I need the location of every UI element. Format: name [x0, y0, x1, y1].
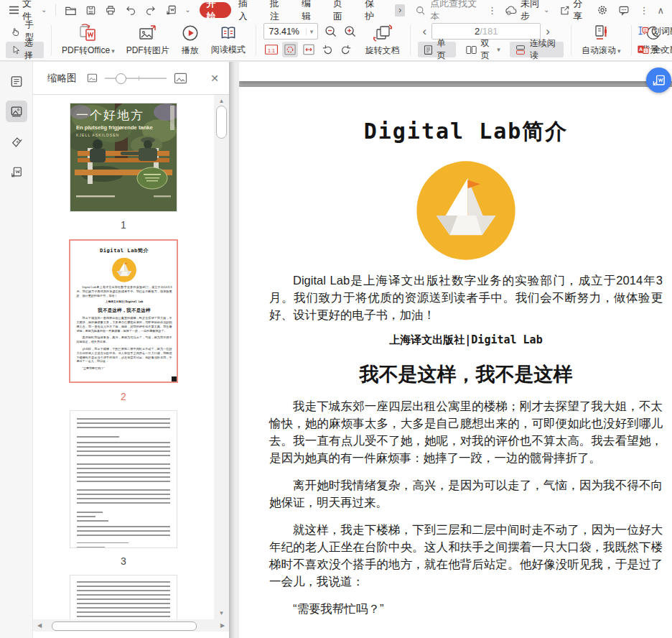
- document-viewer[interactable]: Digital Lab简介 Digital Lab是上海译文出版社数字业务的实验…: [239, 62, 672, 638]
- vertical-scroll-thumb[interactable]: [216, 106, 227, 139]
- read-mode-button[interactable]: 阅读模式: [205, 20, 251, 60]
- full-translate-label: 全文翻译: [653, 44, 672, 56]
- word-translate-button[interactable]: 划词翻译: [632, 23, 672, 40]
- fit-page-button[interactable]: [282, 42, 298, 57]
- thumbnail-page-2-selected[interactable]: Digital Lab简介 Digital Lab是上海译文出版社数字业务的实验…: [69, 239, 178, 383]
- feedback-button[interactable]: [614, 1, 634, 19]
- search-options-kebab[interactable]: ⋮: [484, 5, 500, 16]
- svg-text:En plutselig frigjørende tanke: En plutselig frigjørende tanke: [76, 124, 153, 131]
- rotate-document-icon: [373, 24, 393, 42]
- undo-button[interactable]: [121, 1, 141, 19]
- pdf-to-office-icon: [78, 24, 98, 42]
- share-button[interactable]: 分享: [555, 1, 591, 19]
- double-page-button[interactable]: 双页 ▾: [460, 42, 505, 57]
- continuous-read-button[interactable]: 连续阅读: [510, 42, 564, 57]
- sync-status-button[interactable]: 未同步 ⌄: [500, 1, 554, 19]
- single-page-button[interactable]: 单页: [418, 42, 456, 57]
- tab-home[interactable]: 开始: [200, 2, 231, 18]
- horizontal-scroll-track[interactable]: [46, 619, 216, 632]
- tab-page[interactable]: 页面: [326, 2, 358, 18]
- mini-doc-title: Digital Lab简介: [76, 247, 172, 254]
- pdf-to-image-icon: [138, 24, 158, 42]
- more-tabs-button[interactable]: ›: [395, 4, 405, 17]
- actual-size-button[interactable]: 1:1: [263, 42, 279, 57]
- sidebar-item-outline[interactable]: [6, 70, 27, 92]
- total-pages: /181: [480, 26, 498, 37]
- redo-button[interactable]: [141, 1, 161, 19]
- scroll-up-arrow[interactable]: ▲: [214, 98, 229, 104]
- zoom-in-button[interactable]: [343, 24, 357, 38]
- chevron-down-icon: ▾: [111, 47, 115, 55]
- rotate-ccw-button[interactable]: [338, 42, 354, 57]
- printer-icon: [105, 5, 116, 16]
- more-actions-kebab[interactable]: ⋮: [635, 5, 652, 16]
- sidebar-item-annotate[interactable]: [6, 131, 27, 152]
- thumbnail-page-3[interactable]: [70, 411, 177, 547]
- settings-button[interactable]: [592, 1, 612, 19]
- page-2-content: Digital Lab简介 Digital Lab是上海译文出版社数字业务的实验…: [239, 87, 672, 638]
- thumbnail-page-1[interactable]: 一个好地方 En plutselig frigjørende tanke KJE…: [70, 103, 177, 211]
- chevron-down-icon: ▾: [306, 28, 317, 35]
- thumbnail-size-slider[interactable]: [105, 73, 167, 83]
- file-menu[interactable]: 文件 ⌄: [4, 1, 51, 19]
- horizontal-scroll-thumb[interactable]: [52, 621, 197, 631]
- scroll-down-arrow[interactable]: ▼: [214, 610, 229, 616]
- prev-page-button[interactable]: ‹: [418, 25, 432, 37]
- cursor-arrow-icon: [11, 45, 21, 55]
- close-panel-button[interactable]: ✕: [210, 73, 219, 84]
- auto-scroll-button[interactable]: 自动滚动▾: [576, 20, 627, 60]
- scroll-left-arrow[interactable]: ◀: [33, 622, 46, 629]
- tab-comment[interactable]: 批注: [263, 2, 294, 18]
- tab-protect[interactable]: 保护: [358, 2, 389, 18]
- continuous-read-icon: [515, 45, 526, 55]
- pdf-to-office-button[interactable]: PDF转Office▾: [56, 20, 121, 60]
- single-page-icon: [423, 45, 434, 55]
- thumbnail-horizontal-scrollbar[interactable]: ◀ ▶: [33, 619, 229, 632]
- double-page-label: 双页: [481, 37, 494, 62]
- play-circle-icon: [181, 24, 200, 42]
- doc-export-icon: [165, 4, 177, 16]
- next-page-button[interactable]: ›: [541, 25, 555, 37]
- export-word-button[interactable]: [161, 1, 182, 19]
- scroll-right-arrow[interactable]: ▶: [216, 622, 229, 629]
- play-button[interactable]: 播放: [175, 20, 205, 60]
- tab-insert[interactable]: 插入: [231, 2, 263, 18]
- hamburger-icon: [9, 6, 19, 14]
- redo-icon: [145, 5, 157, 15]
- svg-text:一个好地方: 一个好地方: [76, 108, 144, 122]
- thumbnail-vertical-scrollbar[interactable]: ▲ ▼: [214, 95, 229, 619]
- zoom-out-button[interactable]: [324, 24, 337, 38]
- search-icon: [415, 5, 426, 16]
- sidebar-item-export-word[interactable]: [6, 161, 27, 182]
- slider-handle[interactable]: [116, 73, 126, 84]
- collapse-ribbon-button[interactable]: ∧: [653, 5, 668, 16]
- pdf-to-image-button[interactable]: PDF转图片: [121, 20, 175, 60]
- open-book-icon: [218, 24, 238, 42]
- large-thumbnail-icon[interactable]: [174, 73, 187, 84]
- sidebar-item-thumbnails[interactable]: [6, 101, 27, 122]
- full-translate-button[interactable]: A文 全文翻译: [632, 42, 672, 58]
- print-button[interactable]: [101, 1, 121, 19]
- tab-edit[interactable]: 编辑: [294, 2, 326, 18]
- rotate-document-label: 旋转文档: [365, 45, 400, 57]
- thumbnail-page-4[interactable]: [70, 575, 177, 619]
- ribbon-toolbar: 手型 选择 PDF转Office▾ PDF转图片: [0, 20, 672, 61]
- small-thumbnail-icon[interactable]: [87, 73, 98, 83]
- page-number-1: 1: [121, 219, 126, 231]
- export-to-word-float-button[interactable]: [646, 68, 671, 93]
- rotate-cw-button[interactable]: [319, 42, 335, 57]
- thumbnail-list: 一个好地方 En plutselig frigjørende tanke KJE…: [33, 95, 214, 619]
- chevron-down-icon[interactable]: ⌄: [182, 6, 193, 14]
- panel-resize-splitter[interactable]: [229, 62, 239, 638]
- open-button[interactable]: [60, 1, 81, 19]
- save-button[interactable]: [81, 1, 101, 19]
- page-number-2: 2: [121, 391, 126, 402]
- zoom-level-select[interactable]: 73.41% ▾: [263, 23, 318, 40]
- rotate-document-button[interactable]: 旋转文档: [360, 20, 406, 60]
- svg-text:1:1: 1:1: [268, 48, 275, 54]
- thumbnail-panel-title: 缩略图: [47, 72, 77, 85]
- select-tool-button[interactable]: 选择: [6, 42, 44, 58]
- single-page-label: 单页: [437, 37, 451, 62]
- paragraph-body: 离开她时我情绪复杂，高兴，是因为可以走了，气恼，因为我不得不向她保证，明天再过来…: [269, 476, 663, 511]
- fit-width-button[interactable]: [301, 42, 317, 57]
